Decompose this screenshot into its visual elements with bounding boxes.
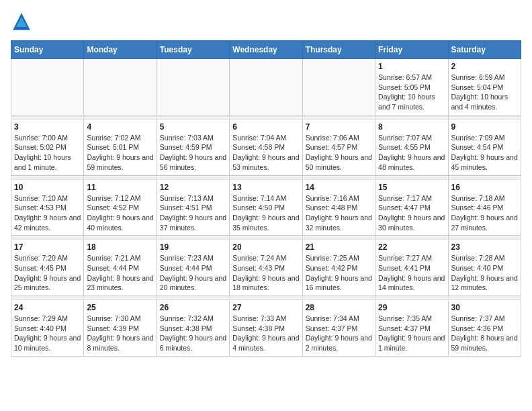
calendar-cell: 29Sunrise: 7:35 AM Sunset: 4:37 PM Dayli… (375, 300, 448, 357)
day-info: Sunrise: 7:14 AM Sunset: 4:50 PM Dayligh… (232, 193, 299, 233)
page-header (11, 11, 521, 32)
calendar-cell: 8Sunrise: 7:07 AM Sunset: 4:55 PM Daylig… (375, 119, 448, 175)
day-number: 5 (160, 122, 226, 132)
day-number: 28 (306, 303, 372, 312)
day-number: 12 (160, 183, 226, 192)
day-info: Sunrise: 7:24 AM Sunset: 4:43 PM Dayligh… (232, 253, 299, 293)
day-number: 13 (232, 183, 299, 192)
calendar-header-row: SundayMondayTuesdayWednesdayThursdayFrid… (11, 41, 521, 59)
calendar-week-row: 1Sunrise: 6:57 AM Sunset: 5:05 PM Daylig… (11, 59, 521, 116)
calendar-cell: 5Sunrise: 7:03 AM Sunset: 4:59 PM Daylig… (157, 119, 229, 175)
day-info: Sunrise: 7:25 AM Sunset: 4:42 PM Dayligh… (306, 253, 372, 293)
calendar-cell: 17Sunrise: 7:20 AM Sunset: 4:45 PM Dayli… (11, 240, 84, 296)
day-number: 21 (306, 242, 372, 252)
calendar-cell: 11Sunrise: 7:12 AM Sunset: 4:52 PM Dayli… (84, 179, 157, 236)
day-info: Sunrise: 7:37 AM Sunset: 4:36 PM Dayligh… (451, 314, 518, 353)
day-info: Sunrise: 7:21 AM Sunset: 4:44 PM Dayligh… (87, 253, 153, 293)
day-number: 11 (87, 183, 153, 192)
calendar-header-thursday: Thursday (302, 41, 375, 59)
day-info: Sunrise: 7:13 AM Sunset: 4:51 PM Dayligh… (160, 193, 226, 233)
calendar-header-wednesday: Wednesday (230, 41, 302, 59)
day-number: 19 (160, 242, 226, 252)
day-info: Sunrise: 7:04 AM Sunset: 4:58 PM Dayligh… (232, 133, 299, 173)
day-info: Sunrise: 7:34 AM Sunset: 4:37 PM Dayligh… (306, 314, 372, 353)
calendar-cell: 7Sunrise: 7:06 AM Sunset: 4:57 PM Daylig… (302, 119, 375, 175)
day-info: Sunrise: 7:06 AM Sunset: 4:57 PM Dayligh… (306, 133, 372, 173)
calendar-week-row: 10Sunrise: 7:10 AM Sunset: 4:53 PM Dayli… (11, 179, 521, 236)
calendar-cell: 16Sunrise: 7:18 AM Sunset: 4:46 PM Dayli… (448, 179, 521, 236)
calendar-table: SundayMondayTuesdayWednesdayThursdayFrid… (11, 40, 521, 357)
calendar-cell: 12Sunrise: 7:13 AM Sunset: 4:51 PM Dayli… (157, 179, 229, 236)
calendar-cell: 19Sunrise: 7:23 AM Sunset: 4:44 PM Dayli… (157, 240, 229, 296)
day-info: Sunrise: 6:57 AM Sunset: 5:05 PM Dayligh… (378, 73, 445, 112)
calendar-cell: 28Sunrise: 7:34 AM Sunset: 4:37 PM Dayli… (302, 300, 375, 357)
day-info: Sunrise: 7:30 AM Sunset: 4:39 PM Dayligh… (87, 314, 153, 353)
calendar-cell (84, 59, 157, 116)
day-number: 7 (306, 122, 372, 132)
calendar-header-friday: Friday (375, 41, 448, 59)
day-info: Sunrise: 7:00 AM Sunset: 5:02 PM Dayligh… (14, 133, 81, 173)
day-info: Sunrise: 7:09 AM Sunset: 4:54 PM Dayligh… (451, 133, 518, 173)
day-info: Sunrise: 7:07 AM Sunset: 4:55 PM Dayligh… (378, 133, 445, 173)
calendar-cell: 21Sunrise: 7:25 AM Sunset: 4:42 PM Dayli… (302, 240, 375, 296)
calendar-cell (11, 59, 84, 116)
day-number: 9 (451, 122, 518, 132)
calendar-cell: 6Sunrise: 7:04 AM Sunset: 4:58 PM Daylig… (230, 119, 302, 175)
day-number: 29 (378, 303, 445, 312)
calendar-cell: 30Sunrise: 7:37 AM Sunset: 4:36 PM Dayli… (448, 300, 521, 357)
day-info: Sunrise: 7:16 AM Sunset: 4:48 PM Dayligh… (306, 193, 372, 233)
calendar-cell: 4Sunrise: 7:02 AM Sunset: 5:01 PM Daylig… (84, 119, 157, 175)
day-info: Sunrise: 7:35 AM Sunset: 4:37 PM Dayligh… (378, 314, 445, 353)
day-info: Sunrise: 7:02 AM Sunset: 5:01 PM Dayligh… (87, 133, 153, 173)
calendar-cell: 23Sunrise: 7:28 AM Sunset: 4:40 PM Dayli… (448, 240, 521, 296)
day-number: 10 (14, 183, 81, 192)
day-number: 20 (232, 242, 299, 252)
day-number: 8 (378, 122, 445, 132)
calendar-cell: 3Sunrise: 7:00 AM Sunset: 5:02 PM Daylig… (11, 119, 84, 175)
day-info: Sunrise: 7:18 AM Sunset: 4:46 PM Dayligh… (451, 193, 518, 233)
day-number: 1 (378, 62, 445, 71)
day-number: 18 (87, 242, 153, 252)
day-number: 4 (87, 122, 153, 132)
day-number: 6 (232, 122, 299, 132)
day-number: 30 (451, 303, 518, 312)
calendar-cell: 9Sunrise: 7:09 AM Sunset: 4:54 PM Daylig… (448, 119, 521, 175)
calendar-cell: 20Sunrise: 7:24 AM Sunset: 4:43 PM Dayli… (230, 240, 302, 296)
day-info: Sunrise: 6:59 AM Sunset: 5:04 PM Dayligh… (451, 73, 518, 112)
calendar-cell: 13Sunrise: 7:14 AM Sunset: 4:50 PM Dayli… (230, 179, 302, 236)
day-info: Sunrise: 7:29 AM Sunset: 4:40 PM Dayligh… (14, 314, 81, 353)
calendar-cell: 22Sunrise: 7:27 AM Sunset: 4:41 PM Dayli… (375, 240, 448, 296)
day-number: 14 (306, 183, 372, 192)
calendar-week-row: 3Sunrise: 7:00 AM Sunset: 5:02 PM Daylig… (11, 119, 521, 175)
day-number: 26 (160, 303, 226, 312)
day-number: 25 (87, 303, 153, 312)
day-info: Sunrise: 7:10 AM Sunset: 4:53 PM Dayligh… (14, 193, 81, 233)
day-number: 2 (451, 62, 518, 71)
calendar-cell: 24Sunrise: 7:29 AM Sunset: 4:40 PM Dayli… (11, 300, 84, 357)
day-number: 27 (232, 303, 299, 312)
calendar-header-sunday: Sunday (11, 41, 84, 59)
logo (11, 11, 35, 32)
calendar-week-row: 17Sunrise: 7:20 AM Sunset: 4:45 PM Dayli… (11, 240, 521, 296)
day-info: Sunrise: 7:27 AM Sunset: 4:41 PM Dayligh… (378, 253, 445, 293)
day-info: Sunrise: 7:03 AM Sunset: 4:59 PM Dayligh… (160, 133, 226, 173)
day-info: Sunrise: 7:23 AM Sunset: 4:44 PM Dayligh… (160, 253, 226, 293)
calendar-cell (230, 59, 302, 116)
day-info: Sunrise: 7:20 AM Sunset: 4:45 PM Dayligh… (14, 253, 81, 293)
day-info: Sunrise: 7:33 AM Sunset: 4:38 PM Dayligh… (232, 314, 299, 353)
day-number: 22 (378, 242, 445, 252)
calendar-cell: 14Sunrise: 7:16 AM Sunset: 4:48 PM Dayli… (302, 179, 375, 236)
calendar-cell: 2Sunrise: 6:59 AM Sunset: 5:04 PM Daylig… (448, 59, 521, 116)
day-number: 23 (451, 242, 518, 252)
day-info: Sunrise: 7:28 AM Sunset: 4:40 PM Dayligh… (451, 253, 518, 293)
day-info: Sunrise: 7:32 AM Sunset: 4:38 PM Dayligh… (160, 314, 226, 353)
calendar-header-saturday: Saturday (448, 41, 521, 59)
calendar-cell: 27Sunrise: 7:33 AM Sunset: 4:38 PM Dayli… (230, 300, 302, 357)
calendar-cell: 25Sunrise: 7:30 AM Sunset: 4:39 PM Dayli… (84, 300, 157, 357)
calendar-header-monday: Monday (84, 41, 157, 59)
day-number: 15 (378, 183, 445, 192)
calendar-week-row: 24Sunrise: 7:29 AM Sunset: 4:40 PM Dayli… (11, 300, 521, 357)
calendar-header-tuesday: Tuesday (157, 41, 229, 59)
day-number: 24 (14, 303, 81, 312)
day-info: Sunrise: 7:12 AM Sunset: 4:52 PM Dayligh… (87, 193, 153, 233)
